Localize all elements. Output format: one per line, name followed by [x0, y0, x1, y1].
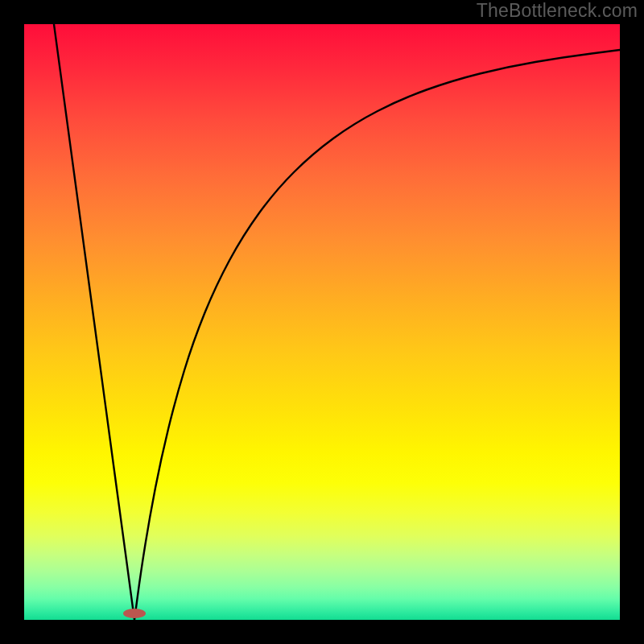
- bottleneck-curve: [54, 24, 620, 620]
- curve-svg: [24, 24, 620, 620]
- watermark-text: TheBottleneck.com: [477, 0, 638, 22]
- chart-frame: TheBottleneck.com: [0, 0, 644, 644]
- plot-area: [24, 24, 620, 620]
- minimum-marker: [123, 609, 146, 618]
